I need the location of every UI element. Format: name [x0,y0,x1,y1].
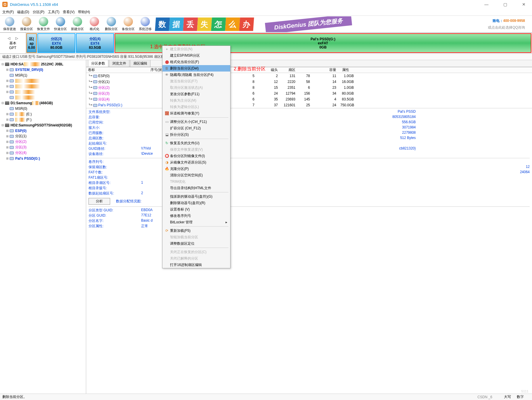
toolbar-2[interactable]: 恢复文件 [35,16,52,32]
tab-sector[interactable]: 扇区编辑 [130,60,150,67]
tree-twist-icon[interactable]: ⊞ [5,112,9,116]
banner-phone: 致电：400-008-9958 [493,18,525,23]
tree-row[interactable]: ⊞██████████ [1,84,85,89]
toolbar-0[interactable]: 保存更改 [1,16,18,32]
ctx-item[interactable]: ▭调整分区大小(Ctrl_F11) [162,119,230,125]
maximize-button[interactable]: ▢ [499,2,511,7]
toolbar-6[interactable]: 删除分区 [103,16,120,32]
ctx-icon: 🗑 [164,66,170,70]
tree-row[interactable]: MSR(0) [1,106,85,111]
minimize-button[interactable]: — [481,2,492,7]
banner-qq[interactable]: 或点击此处选择QQ咨询 [488,25,525,30]
tree-twist-icon[interactable]: ⊞ [5,79,9,82]
menu-tools[interactable]: 工具(T) [48,10,59,15]
analyze-button[interactable]: 分析 [89,198,110,205]
promo-banner[interactable]: 数据丢失怎么办 DiskGenius 团队为您服务 致电：400-008-995… [154,16,531,32]
tree-row[interactable]: ⊞Pal's PSSD(G:) [1,156,85,161]
tab-browse[interactable]: 浏览文件 [109,60,129,67]
ctx-item[interactable]: 扩容分区 (Ctrl_F12) [162,125,230,131]
tree-row[interactable]: ⊞██████████ [1,78,85,84]
ctx-item[interactable]: 设置卷标 (V) [162,206,230,213]
tree-row[interactable]: ████████ [1,95,85,100]
tab-params[interactable]: 分区参数 [88,60,108,67]
tree-row[interactable]: ⊞ESP(0) [1,128,85,133]
partition-block-4[interactable]: 分区(4)EXT483.5GB [76,33,114,53]
volume-row[interactable]: ⮡ ESP(0)05213178111.0GB [86,73,532,79]
volume-row[interactable]: ⮡ 分区(3)3624127941563480.0GB [86,91,532,96]
toolbar-4[interactable]: 新建分区 [69,16,86,32]
ctx-item[interactable]: ⬓拆分分区(S) [162,131,230,138]
tree-row[interactable]: ⊞████████ [1,89,85,95]
ctx-item[interactable]: 调整数据区定位 [162,240,230,247]
tree-row[interactable]: ⊞████ (F:) [1,117,85,122]
ctx-item[interactable]: 导出目录结构到HTML文件 [162,185,230,191]
ctx-item: 关闭已解释的分区 [162,255,230,262]
ctx-icon: ⬓ [164,133,170,137]
tree-twist-icon[interactable]: ⊞ [5,146,9,149]
menu-partition[interactable]: 分区(P) [33,10,44,15]
tree-row[interactable]: ⊞████ (E:) [1,111,85,117]
tree-twist-icon[interactable]: ⊞ [5,157,9,160]
tree-row[interactable]: ⊟HD2:SamsungPSSDT7Shield(932GB) [1,122,85,128]
volume-row[interactable]: ⮡ 分区(4)463523693145483.5GB [86,96,532,102]
tree-row[interactable]: ⊞分区(1) [1,133,85,139]
tree-twist-icon[interactable]: ⊞ [5,118,9,121]
tree-row[interactable]: ⊟HD0:SA███████2512HC J0BL [1,61,85,67]
tree-twist-icon[interactable]: ⊞ [5,68,9,71]
tree-twist-icon[interactable]: ⊞ [5,85,9,88]
tree-twist-icon[interactable]: ⊞ [5,129,9,132]
close-button[interactable]: ✕ [518,2,530,7]
ctx-item[interactable]: 🗑删除当前分区(Del) [162,65,230,72]
tree-row[interactable]: MSR(1) [1,72,85,78]
partition-block-0[interactable]: 区(ap6.00 [26,33,37,53]
ctx-item[interactable]: ↻恢复丢失的文件(U) [162,140,230,146]
tree-twist-icon[interactable]: ⊞ [5,90,9,93]
tree-twist-icon[interactable]: ⊟ [1,124,5,127]
menu-view[interactable]: 查看(V) [63,10,74,15]
drive-icon [9,151,14,155]
tree-row[interactable]: ⊞分区(4) [1,150,85,156]
menu-file[interactable]: 文件(F) [2,10,14,15]
menu-disk[interactable]: 磁盘(D) [17,10,29,15]
ctx-item[interactable]: 指派新的驱动器号(盘符)(G) [162,193,230,200]
analyze-label: 数据分配情况图: [116,199,141,204]
tree-row[interactable]: ⊟D1:Samsung███(466GB) [1,100,85,106]
ctx-item[interactable]: 🔥克隆分区(P) [162,166,230,172]
tree-twist-icon[interactable]: ⊞ [5,140,9,143]
ctx-item[interactable]: ⭕备份分区到镜像文件(I) [162,153,230,159]
toolbar-7[interactable]: 备份分区 [120,16,137,32]
tree-twist-icon[interactable]: ⊞ [5,151,9,154]
ctx-item[interactable]: 建立ESP/MSR分区 [162,52,230,59]
toolbar-1[interactable]: 搜索分区 [18,16,35,32]
volume-row[interactable]: ⮡ Pal's PSSD(G:)57371216012524750.0GB [86,102,532,108]
ctx-item[interactable]: ⬤格式化当前分区(F) [162,59,230,65]
prev-disk-icon[interactable]: ◁ [8,36,10,40]
tree-row[interactable]: ⊞分区(2) [1,139,85,145]
tree-twist-icon[interactable]: ⊞ [5,135,9,138]
toolbar-3[interactable]: 快速分区 [52,16,69,32]
tree-row[interactable]: ⊞分区(3) [1,145,85,150]
volume-row[interactable]: ⮡ 分区(1)18122220581416.0GB [86,79,532,85]
volume-list: 卷标 序号(状态) 磁头 扇区 容量 属性 ⮡ ESP(0)0521317811… [86,67,532,108]
ctx-item[interactable]: ⟳重新加载(F5) [162,227,230,234]
ctx-item[interactable]: BitLocker 管理▸ [162,219,230,225]
tree-twist-icon[interactable]: ⊟ [1,101,5,105]
ctx-item[interactable]: 修改卷序列号 [162,213,230,219]
menu-help[interactable]: 帮助(H) [78,10,90,15]
ctx-item[interactable]: 🧱坏道检测与修复(Y) [162,110,230,116]
ctx-item[interactable]: 打开16进制扇区编辑 [162,262,230,268]
ctx-item[interactable]: 删除驱动器号(盘符)(R) [162,200,230,206]
ctx-item[interactable]: 更改分区参数(F11) [162,91,230,97]
ctx-item[interactable]: 清除分区空闲空间(E) [162,172,230,178]
tree-row[interactable]: ⊞SYSTEM_DRV(0) [1,67,85,72]
partition-block-3[interactable]: 分区(3)EXT480.0GB [37,33,75,53]
tree-twist-icon[interactable]: ⊟ [1,62,5,66]
next-disk-icon[interactable]: ▷ [15,36,18,40]
toolbar-8[interactable]: 系统迁移 [137,16,154,32]
ctx-item[interactable]: 👁隐藏/取消隐藏 当前分区(F4) [162,72,230,78]
volume-row[interactable]: ⮡ 分区(2)281523516231.0GB [86,85,532,91]
toolbar-5[interactable]: 格式化 [86,16,103,32]
drive-icon [9,79,14,83]
ctx-item[interactable]: ◑从镜像文件还原分区(S) [162,159,230,166]
banner-block: 怎 [211,18,226,31]
